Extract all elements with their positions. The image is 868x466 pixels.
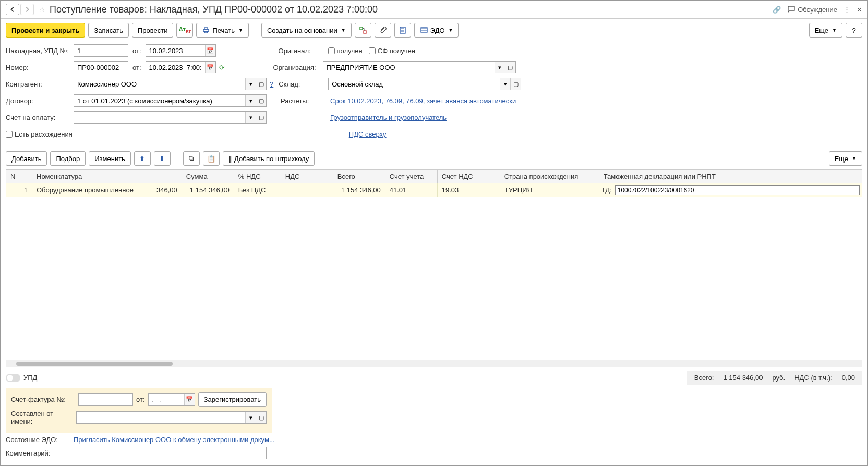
vat-link[interactable]: НДС сверху bbox=[349, 130, 387, 138]
dtkt-button[interactable]: АтКт bbox=[176, 23, 193, 38]
move-up-button[interactable]: ⬆ bbox=[134, 151, 151, 166]
open-icon[interactable]: ▢ bbox=[256, 78, 266, 90]
col-nomenclature[interactable]: Номенклатура bbox=[32, 170, 152, 183]
paste-button[interactable]: 📋 bbox=[203, 151, 220, 166]
number-label: Номер: bbox=[6, 64, 74, 71]
calc-link[interactable]: Срок 10.02.2023, 76.09, 76.09, зачет ава… bbox=[330, 97, 516, 105]
counterparty-label: Контрагент: bbox=[6, 80, 74, 88]
post-button[interactable]: Провести bbox=[132, 23, 174, 38]
structure-button[interactable] bbox=[355, 23, 371, 38]
invoice-pay-input[interactable] bbox=[74, 112, 245, 123]
original-label: Оригинал: bbox=[279, 47, 328, 55]
contract-input[interactable] bbox=[74, 95, 245, 106]
register-button[interactable]: Зарегистрировать bbox=[198, 392, 267, 407]
calc-label: Расчеты: bbox=[281, 97, 330, 105]
help-button[interactable]: ? bbox=[846, 23, 862, 38]
calendar-icon[interactable]: 📅 bbox=[205, 45, 215, 56]
dropdown-icon[interactable]: ▾ bbox=[495, 62, 505, 73]
open-icon[interactable]: ▢ bbox=[256, 95, 266, 106]
invoice-pay-label: Счет на оплату: bbox=[6, 114, 74, 121]
create-based-button[interactable]: Создать на основании▼ bbox=[261, 23, 352, 38]
upd-label: УПД bbox=[23, 374, 37, 382]
col-qty[interactable] bbox=[152, 170, 182, 183]
kebab-menu[interactable]: ⋮ bbox=[843, 6, 850, 14]
col-n[interactable]: N bbox=[6, 170, 32, 183]
sf-received-checkbox[interactable]: СФ получен bbox=[369, 47, 415, 55]
table-row[interactable]: 1 Оборудование промышленное 346,00 1 154… bbox=[6, 183, 862, 197]
col-total[interactable]: Всего bbox=[333, 170, 385, 183]
open-icon[interactable]: ▢ bbox=[510, 78, 521, 90]
page-title: Поступление товаров: Накладная, УПД ПР00… bbox=[50, 4, 773, 15]
horizontal-scrollbar[interactable] bbox=[6, 360, 862, 367]
col-account[interactable]: Счет учета bbox=[385, 170, 437, 183]
open-icon[interactable]: ▢ bbox=[256, 412, 266, 423]
comment-input[interactable] bbox=[74, 447, 267, 459]
link-icon[interactable]: 🔗 bbox=[773, 6, 781, 14]
edo-invite-link[interactable]: Пригласить Комиссионер ООО к обмену элек… bbox=[74, 436, 275, 444]
back-button[interactable] bbox=[6, 4, 19, 15]
add-button[interactable]: Добавить bbox=[6, 151, 47, 166]
shipper-link[interactable]: Грузоотправитель и грузополучатель bbox=[330, 114, 447, 121]
on-behalf-input[interactable] bbox=[77, 412, 245, 423]
copy-button[interactable]: ⧉ bbox=[183, 151, 200, 166]
move-down-button[interactable]: ⬇ bbox=[154, 151, 171, 166]
invoice-sf-no-input[interactable] bbox=[78, 393, 133, 406]
col-vat[interactable]: НДС bbox=[281, 170, 333, 183]
col-vat-account[interactable]: Счет НДС bbox=[437, 170, 500, 183]
close-icon[interactable]: ✕ bbox=[857, 6, 862, 14]
svg-rect-1 bbox=[204, 28, 208, 29]
received-checkbox[interactable]: получен bbox=[328, 47, 363, 55]
edo-state-label: Состояние ЭДО: bbox=[6, 436, 74, 444]
calendar-icon[interactable]: 📅 bbox=[205, 62, 215, 73]
invoice-sf-date-input[interactable] bbox=[149, 394, 184, 405]
on-behalf-label: Составлен от имени: bbox=[11, 410, 73, 425]
counterparty-help[interactable]: ? bbox=[270, 80, 273, 88]
org-label: Организация: bbox=[273, 64, 323, 71]
dropdown-icon[interactable]: ▾ bbox=[245, 78, 256, 90]
svg-rect-4 bbox=[364, 31, 366, 33]
change-button[interactable]: Изменить bbox=[89, 151, 131, 166]
open-icon[interactable]: ▢ bbox=[256, 112, 266, 123]
post-close-button[interactable]: Провести и закрыть bbox=[6, 23, 85, 38]
document-icon-button[interactable] bbox=[394, 23, 411, 38]
calendar-icon[interactable]: 📅 bbox=[184, 394, 195, 405]
number-date-input[interactable] bbox=[146, 62, 205, 73]
dropdown-icon[interactable]: ▾ bbox=[500, 78, 510, 90]
col-customs[interactable]: Таможенная декларация или РНПТ bbox=[599, 170, 862, 183]
add-barcode-button[interactable]: ||| Добавить по штрихкоду bbox=[223, 151, 315, 166]
contract-label: Договор: bbox=[6, 97, 74, 105]
invoice-upd-label: Накладная, УПД №: bbox=[6, 47, 74, 55]
invoice-no-input[interactable] bbox=[74, 44, 128, 57]
invoice-date-input[interactable] bbox=[146, 45, 205, 56]
dropdown-icon[interactable]: ▾ bbox=[245, 95, 256, 106]
comment-label: Комментарий: bbox=[6, 449, 74, 457]
dropdown-icon[interactable]: ▾ bbox=[245, 112, 256, 123]
open-icon[interactable]: ▢ bbox=[505, 62, 515, 73]
org-input[interactable] bbox=[323, 62, 495, 73]
invoice-sf-label: Счет-фактура №: bbox=[11, 396, 75, 403]
customs-input[interactable] bbox=[615, 185, 860, 195]
write-button[interactable]: Записать bbox=[88, 23, 129, 38]
print-button[interactable]: Печать▼ bbox=[196, 23, 249, 38]
warehouse-input[interactable] bbox=[329, 78, 500, 90]
star-icon[interactable]: ☆ bbox=[39, 6, 45, 14]
col-vat-pct[interactable]: % НДС bbox=[234, 170, 281, 183]
more-button[interactable]: Еще▼ bbox=[809, 23, 842, 38]
upd-toggle[interactable] bbox=[6, 374, 20, 382]
counterparty-input[interactable] bbox=[74, 78, 245, 90]
attachment-button[interactable] bbox=[375, 23, 391, 38]
refresh-icon[interactable]: ⟳ bbox=[219, 64, 225, 71]
number-input[interactable] bbox=[74, 61, 128, 73]
table-more-button[interactable]: Еще▼ bbox=[829, 151, 862, 166]
totals: Всего: 1 154 346,00 руб. НДС (в т.ч.): 0… bbox=[687, 371, 862, 385]
edo-button[interactable]: ЭДО▼ bbox=[414, 23, 459, 38]
discrepancy-checkbox[interactable]: Есть расхождения bbox=[6, 130, 73, 138]
warehouse-label: Склад: bbox=[279, 80, 328, 88]
forward-button[interactable] bbox=[20, 4, 34, 15]
dropdown-icon[interactable]: ▾ bbox=[245, 412, 256, 423]
col-sum[interactable]: Сумма bbox=[182, 170, 234, 183]
discuss-button[interactable]: Обсуждение bbox=[787, 5, 837, 14]
col-country[interactable]: Страна происхождения bbox=[500, 170, 599, 183]
items-table: N Номенклатура Сумма % НДС НДС Всего Сче… bbox=[6, 169, 862, 197]
select-button[interactable]: Подбор bbox=[50, 151, 86, 166]
